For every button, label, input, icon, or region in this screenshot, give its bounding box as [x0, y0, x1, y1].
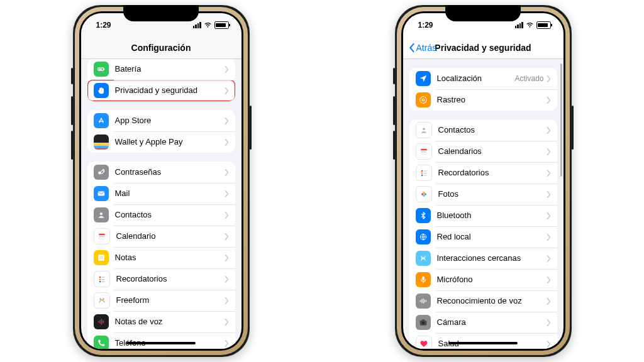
svg-rect-7 — [99, 234, 104, 235]
row-salud[interactable]: Salud — [409, 333, 557, 349]
row-privacidad[interactable]: Privacidad y seguridad — [87, 80, 235, 101]
chevron-right-icon — [547, 170, 551, 177]
chevron-right-icon — [547, 148, 551, 155]
row-calendario[interactable]: Calendario — [87, 226, 235, 247]
row-appstore[interactable]: App Store — [87, 110, 235, 131]
svg-point-20 — [99, 299, 101, 300]
row-label: Batería — [115, 65, 225, 74]
scrollbar[interactable] — [560, 63, 562, 177]
phone-right: 1:29 Atrás Privacidad y seguridad Locali… — [395, 5, 572, 357]
back-button[interactable]: Atrás — [408, 43, 437, 53]
row-voicememo[interactable]: Notas de voz — [87, 311, 235, 332]
home-indicator[interactable] — [448, 342, 518, 344]
svg-rect-55 — [421, 319, 425, 321]
bluetooth-icon — [416, 208, 431, 223]
svg-point-29 — [422, 128, 425, 130]
row-contactos2[interactable]: Contactos — [409, 119, 557, 141]
salud-icon — [416, 336, 432, 349]
row-label: Rastreo — [437, 96, 547, 105]
rastreo-icon — [416, 92, 431, 107]
row-label: Calendarios — [438, 147, 547, 156]
wallet-icon — [94, 134, 109, 150]
notch — [123, 5, 199, 21]
row-voz[interactable]: Reconocimiento de voz — [409, 290, 557, 312]
svg-point-35 — [421, 170, 423, 172]
chevron-right-icon — [225, 87, 229, 94]
voicememo-icon — [94, 314, 109, 329]
row-detail: Activado — [514, 74, 543, 83]
contactos2-icon — [416, 122, 432, 138]
svg-rect-1 — [104, 69, 104, 70]
privacidad-icon — [94, 83, 109, 98]
settings-group: ContactosCalendariosRecordatoriosFotosBl… — [409, 119, 557, 349]
svg-rect-33 — [423, 151, 424, 152]
status-time: 1:29 — [418, 21, 450, 30]
chevron-right-icon — [225, 118, 229, 124]
cellular-icon — [515, 22, 523, 28]
recordatorios-icon — [94, 271, 110, 287]
row-label: Notas — [115, 253, 225, 263]
row-label: Privacidad y seguridad — [115, 86, 225, 96]
svg-point-44 — [421, 193, 423, 195]
svg-point-54 — [421, 322, 425, 325]
row-interacciones[interactable]: Interacciones cercanas — [409, 248, 557, 269]
chevron-right-icon — [225, 66, 229, 73]
contactos-icon — [94, 207, 109, 222]
calendario-icon — [94, 228, 110, 244]
row-redlocal[interactable]: Red local — [409, 226, 557, 248]
navbar-right: Atrás Privacidad y seguridad — [403, 37, 564, 59]
row-contactos[interactable]: Contactos — [87, 204, 235, 226]
settings-group: LocalizaciónActivadoRastreo — [409, 68, 557, 111]
record2-icon — [416, 165, 432, 181]
settings-list-right[interactable]: LocalizaciónActivadoRastreoContactosCale… — [403, 59, 564, 349]
settings-list-left[interactable]: BateríaPrivacidad y seguridadApp StoreWa… — [81, 59, 242, 349]
svg-point-16 — [99, 281, 101, 283]
microfono-icon — [416, 272, 431, 287]
notch — [445, 5, 521, 21]
row-passwords[interactable]: Contraseñas — [87, 162, 235, 183]
svg-rect-31 — [421, 149, 426, 150]
row-notas[interactable]: Notas — [87, 247, 235, 268]
chevron-right-icon — [225, 319, 229, 326]
chevron-right-icon — [547, 212, 551, 219]
row-calendarios[interactable]: Calendarios — [409, 141, 557, 162]
row-label: App Store — [115, 116, 225, 126]
row-label: Red local — [437, 233, 547, 242]
row-fotos[interactable]: Fotos — [409, 184, 557, 205]
row-label: Bluetooth — [437, 211, 547, 221]
chevron-right-icon — [225, 255, 229, 261]
row-telefono[interactable]: Teléfono — [87, 332, 235, 349]
row-wallet[interactable]: Wallet y Apple Pay — [87, 131, 235, 153]
chevron-right-icon — [547, 234, 551, 241]
svg-rect-47 — [422, 277, 425, 280]
notas-icon — [94, 250, 109, 265]
chevron-right-icon — [547, 298, 551, 305]
row-bateria[interactable]: Batería — [87, 59, 235, 80]
chevron-right-icon — [225, 190, 229, 197]
bateria-icon — [94, 62, 109, 77]
wifi-icon — [204, 22, 212, 28]
svg-point-28 — [422, 99, 425, 101]
row-label: Wallet y Apple Pay — [115, 138, 225, 147]
row-camara[interactable]: Cámara — [409, 312, 557, 333]
row-rastreo[interactable]: Rastreo — [409, 89, 557, 111]
chevron-right-icon — [547, 255, 551, 262]
row-record2[interactable]: Recordatorios — [409, 162, 557, 184]
redlocal-icon — [416, 229, 431, 244]
row-freeform[interactable]: Freeform — [87, 290, 235, 311]
row-bluetooth[interactable]: Bluetooth — [409, 205, 557, 226]
chevron-right-icon — [547, 277, 551, 283]
row-label: Reconocimiento de voz — [437, 297, 547, 306]
chevron-right-icon — [547, 341, 551, 348]
row-recordatorios[interactable]: Recordatorios — [87, 268, 235, 290]
interacciones-icon — [416, 251, 431, 266]
row-mail[interactable]: Mail — [87, 183, 235, 204]
row-localizacion[interactable]: LocalizaciónActivado — [409, 68, 557, 89]
row-microfono[interactable]: Micrófono — [409, 269, 557, 290]
home-indicator[interactable] — [126, 342, 196, 344]
wifi-icon — [526, 22, 534, 28]
fotos-icon — [416, 186, 432, 202]
svg-rect-9 — [101, 236, 102, 237]
navbar-left: Configuración — [81, 37, 242, 59]
mail-icon — [94, 186, 109, 201]
